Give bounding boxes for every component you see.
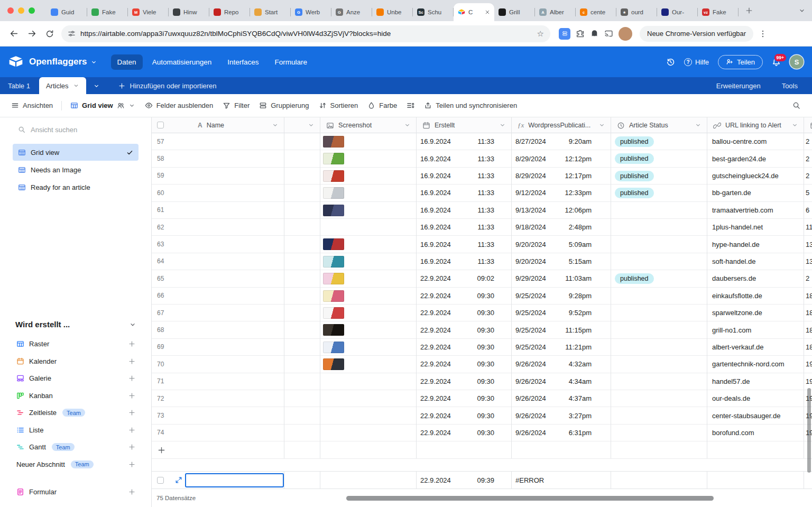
view-search[interactable]: Ansicht suchen: [0, 117, 151, 142]
toolbar-felder-ausblenden[interactable]: Felder ausblenden: [140, 98, 218, 113]
add-view-icon[interactable]: [128, 358, 135, 365]
add-record-row[interactable]: [152, 441, 812, 459]
add-view-icon[interactable]: [128, 461, 135, 468]
column-menu-chevron[interactable]: [272, 122, 279, 128]
screenshot-thumbnail[interactable]: [323, 358, 344, 370]
sidebar-view-needs-an-image[interactable]: Needs an Image: [13, 161, 139, 178]
toolbar-rowh[interactable]: [402, 98, 419, 113]
tab-overflow-chevron[interactable]: [798, 7, 806, 14]
browser-tab-active[interactable]: C: [454, 3, 494, 21]
column-header-col7[interactable]: [804, 117, 812, 133]
add-view-icon[interactable]: [128, 392, 135, 399]
table-row-71[interactable]: 7122.9.202409:309/26/20244:34amhandel57.…: [152, 373, 812, 390]
browser-tab-viele[interactable]: MViele: [128, 3, 169, 21]
create-section-header[interactable]: Wird erstellt ...: [0, 314, 151, 336]
add-view-icon[interactable]: [128, 444, 135, 450]
site-settings-icon[interactable]: [68, 30, 76, 38]
column-header-col1[interactable]: [284, 117, 320, 133]
table-row-65[interactable]: 6522.9.202409:029/29/202411:03ampublishe…: [152, 270, 812, 287]
table-row-68[interactable]: 6822.9.202409:309/25/202411:15pmgrill-no…: [152, 321, 812, 338]
add-view-icon[interactable]: [128, 375, 135, 382]
history-icon[interactable]: [666, 58, 675, 67]
nav-automatisierungen[interactable]: Automatisierungen: [146, 54, 218, 70]
table-tab-articles[interactable]: Articles: [39, 77, 86, 94]
browser-tab-repo[interactable]: Repo: [209, 3, 250, 21]
reload-button[interactable]: [41, 25, 58, 42]
nav-daten[interactable]: Daten: [111, 54, 143, 70]
screenshot-thumbnail[interactable]: [323, 342, 344, 353]
screenshot-thumbnail[interactable]: [323, 205, 344, 216]
toolbar-sortieren[interactable]: Sortieren: [314, 98, 363, 113]
create-item-neuer-abschnitt[interactable]: Neuer AbschnittTeam: [0, 456, 151, 473]
browser-tab-ourd[interactable]: ★ourd: [616, 3, 657, 21]
airtable-logo[interactable]: [8, 56, 23, 68]
forward-button[interactable]: [23, 25, 40, 42]
add-view-icon[interactable]: [128, 488, 135, 495]
new-record-row[interactable]: 22.9.2024 09:39 #ERROR: [152, 471, 812, 489]
cast-icon[interactable]: [604, 29, 613, 38]
screenshot-thumbnail[interactable]: [323, 307, 344, 319]
table-row-66[interactable]: 6622.9.202409:309/25/20249:28pmeinkaufsf…: [152, 288, 812, 305]
browser-tab-hinw[interactable]: Hinw: [169, 3, 209, 21]
url-text[interactable]: https://airtable.com/appa3i7uwxquuz82n/t…: [80, 30, 532, 38]
create-item-formular[interactable]: Formular: [0, 484, 151, 501]
close-window-button[interactable]: [7, 7, 14, 14]
nav-formulare[interactable]: Formulare: [268, 54, 313, 70]
share-button[interactable]: Teilen: [718, 55, 763, 69]
column-header-screenshot[interactable]: Screenshot: [320, 117, 416, 133]
chrome-profile-avatar[interactable]: [619, 27, 632, 41]
user-avatar[interactable]: S: [790, 55, 804, 69]
column-header-wordpresspublicati[interactable]: ƒxWordpressPublicati...: [511, 117, 611, 133]
column-menu-chevron[interactable]: [308, 122, 315, 128]
table-row-69[interactable]: 6922.9.202409:309/25/202411:21pmalbert-v…: [152, 339, 812, 356]
chrome-update-button[interactable]: Neue Chrome-Version verfügbar: [640, 26, 753, 42]
address-bar[interactable]: https://airtable.com/appa3i7uwxquuz82n/t…: [61, 25, 550, 42]
notifications-button[interactable]: 99+: [772, 58, 781, 67]
column-header-erstellt[interactable]: Erstellt: [416, 117, 511, 133]
table-row-70[interactable]: 7022.9.202409:309/26/20244:32amgartentec…: [152, 356, 812, 373]
column-menu-chevron[interactable]: [695, 122, 702, 128]
tab-close-icon[interactable]: [485, 10, 490, 15]
toolbar-teilen-und-synchronisieren[interactable]: Teilen und synchronisieren: [419, 98, 522, 113]
create-item-raster[interactable]: Raster: [0, 336, 151, 353]
extension-icon-blue[interactable]: [559, 28, 570, 40]
browser-tab-start[interactable]: Start: [250, 3, 291, 21]
browser-tab-werb[interactable]: GWerb: [291, 3, 331, 21]
table-list-chevron[interactable]: [86, 77, 107, 94]
column-header-name[interactable]: AName: [152, 117, 284, 133]
table-row-60[interactable]: 6016.9.202411:339/12/202412:33pmpublishe…: [152, 185, 812, 201]
add-view-icon[interactable]: [128, 340, 135, 347]
table-row-72[interactable]: 7222.9.202409:309/26/20244:37amour-deals…: [152, 390, 812, 407]
column-header-article-status[interactable]: Article Status: [611, 117, 707, 133]
browser-tab-guid[interactable]: Guid: [47, 3, 87, 21]
extensions-puzzle-icon[interactable]: [576, 29, 585, 38]
sidebar-view-grid-view[interactable]: Grid view: [13, 144, 139, 161]
chrome-menu-icon[interactable]: [759, 30, 767, 38]
column-menu-chevron[interactable]: [598, 122, 605, 128]
ghost-extension-icon[interactable]: [590, 29, 599, 38]
create-item-kanban[interactable]: Kanban: [0, 387, 151, 404]
table-row-73[interactable]: 7322.9.202409:309/26/20243:27pmcenter-st…: [152, 407, 812, 424]
screenshot-thumbnail[interactable]: [323, 273, 344, 284]
table-row-74[interactable]: 7422.9.202409:309/26/20246:31pmborofund.…: [152, 425, 812, 441]
table-row-57[interactable]: 5716.9.202411:338/27/20249:20ampublished…: [152, 133, 812, 150]
view-switcher-button[interactable]: Grid view: [66, 98, 140, 113]
screenshot-thumbnail[interactable]: [323, 170, 344, 182]
back-button[interactable]: [5, 25, 22, 42]
column-menu-chevron[interactable]: [499, 122, 506, 128]
create-item-kalender[interactable]: Kalender: [0, 353, 151, 370]
views-menu-button[interactable]: Ansichten: [6, 98, 58, 113]
workspace-chevron-icon[interactable]: [90, 59, 97, 66]
add-view-icon[interactable]: [128, 409, 135, 416]
screenshot-thumbnail[interactable]: [323, 290, 344, 302]
screenshot-thumbnail[interactable]: [323, 238, 344, 250]
toolbar-farbe[interactable]: Farbe: [363, 98, 402, 113]
row-checkbox[interactable]: [157, 477, 164, 484]
column-menu-chevron[interactable]: [791, 122, 798, 128]
screenshot-thumbnail[interactable]: [323, 256, 344, 268]
table-row-59[interactable]: 5916.9.202411:338/29/202412:17pmpublishe…: [152, 168, 812, 185]
minimize-window-button[interactable]: [18, 7, 24, 14]
browser-tab-cente[interactable]: ccente: [576, 3, 616, 21]
nav-interfaces[interactable]: Interfaces: [221, 54, 265, 70]
screenshot-thumbnail[interactable]: [323, 136, 344, 148]
